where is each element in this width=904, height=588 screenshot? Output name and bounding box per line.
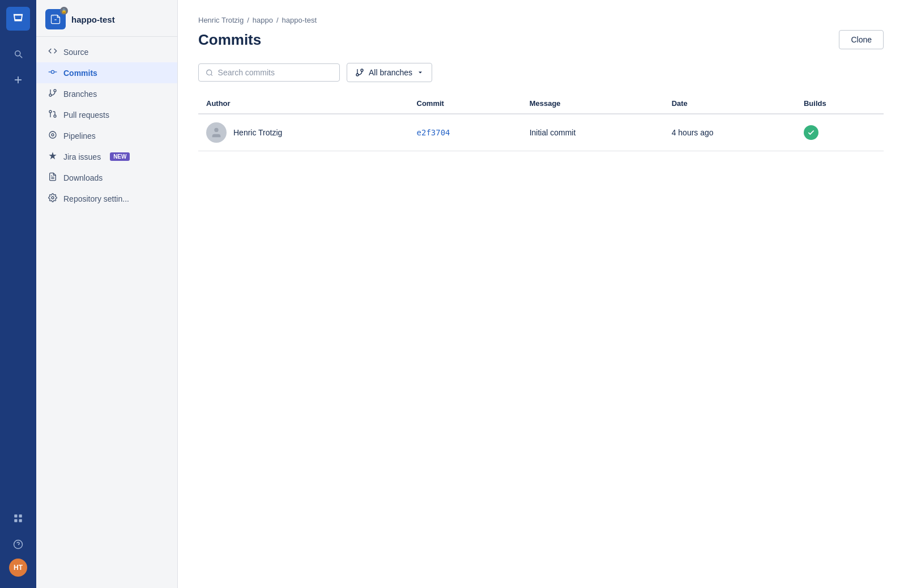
col-date: Date: [664, 93, 796, 114]
svg-point-19: [52, 197, 54, 199]
pull-requests-label: Pull requests: [63, 110, 109, 120]
search-box: [198, 63, 340, 82]
sidebar-item-downloads[interactable]: Downloads: [36, 167, 177, 188]
page-header: Commits Clone: [198, 30, 884, 49]
svg-point-12: [54, 115, 56, 117]
svg-point-13: [49, 110, 52, 113]
commits-label: Commits: [63, 69, 97, 78]
commits-icon: [48, 67, 58, 78]
jira-issues-label: Jira issues: [63, 152, 101, 161]
col-commit: Commit: [409, 93, 522, 114]
breadcrumb: Henric Trotzig / happo / happo-test: [198, 16, 884, 24]
svg-point-6: [51, 70, 54, 73]
breadcrumb-sep-1: /: [247, 16, 249, 24]
commits-list: Henric Trotzig e2f3704 Initial commit 4 …: [198, 114, 884, 151]
sidebar-item-branches[interactable]: Branches: [36, 83, 177, 104]
pipelines-icon: [48, 130, 58, 141]
svg-rect-2: [14, 519, 17, 522]
settings-icon: [48, 193, 58, 204]
pipelines-label: Pipelines: [63, 131, 96, 140]
search-icon[interactable]: [6, 42, 30, 66]
commit-link[interactable]: e2f3704: [417, 128, 450, 137]
search-input[interactable]: [218, 68, 332, 77]
toolbar: All branches: [198, 63, 884, 82]
repository-settings-label: Repository settin...: [63, 194, 129, 203]
main-content: Henric Trotzig / happo / happo-test Comm…: [178, 0, 904, 588]
commits-table: Author Commit Message Date Builds Henric…: [198, 93, 884, 151]
sidebar-item-jira-issues[interactable]: Jira issues NEW: [36, 146, 177, 167]
svg-rect-3: [19, 519, 22, 522]
author-cell: Henric Trotzig: [198, 114, 409, 151]
downloads-label: Downloads: [63, 173, 103, 182]
col-builds: Builds: [796, 93, 884, 114]
svg-rect-1: [19, 514, 22, 517]
col-message: Message: [522, 93, 664, 114]
svg-line-21: [211, 74, 212, 75]
branches-icon: [48, 88, 58, 99]
commit-hash-cell: e2f3704: [409, 114, 522, 151]
repo-icon: 🔒: [45, 9, 66, 29]
downloads-icon: [48, 172, 58, 183]
col-author: Author: [198, 93, 409, 114]
page-title: Commits: [198, 31, 261, 49]
chevron-down-icon: [417, 69, 424, 76]
svg-point-10: [54, 90, 56, 92]
author-name: Henric Trotzig: [233, 128, 282, 137]
help-icon[interactable]: [6, 532, 30, 556]
source-icon: [48, 46, 58, 57]
bitbucket-logo[interactable]: [6, 7, 30, 31]
build-status-cell: [796, 114, 884, 151]
svg-point-23: [361, 69, 363, 71]
repo-header: 🔒 happo-test: [36, 0, 177, 37]
author-avatar: [206, 122, 227, 143]
search-icon: [206, 69, 214, 77]
svg-point-15: [49, 131, 56, 138]
branches-label: Branches: [63, 90, 97, 99]
breadcrumb-sep-2: /: [276, 16, 279, 24]
svg-point-11: [49, 94, 52, 96]
sidebar-item-source[interactable]: Source: [36, 41, 177, 62]
clone-button[interactable]: Clone: [839, 30, 884, 49]
sidebar-item-pull-requests[interactable]: Pull requests: [36, 104, 177, 125]
table-row: Henric Trotzig e2f3704 Initial commit 4 …: [198, 114, 884, 151]
branch-label: All branches: [369, 68, 412, 77]
commit-date: 4 hours ago: [664, 114, 796, 151]
build-success-icon: [804, 125, 818, 140]
jira-issues-icon: [48, 151, 58, 162]
svg-point-16: [52, 134, 54, 136]
branch-icon: [355, 68, 364, 77]
svg-point-24: [356, 74, 359, 76]
lock-icon: 🔒: [60, 7, 68, 15]
grid-icon[interactable]: [6, 506, 30, 530]
repo-name: happo-test: [71, 15, 115, 24]
svg-point-25: [214, 128, 218, 132]
branch-dropdown[interactable]: All branches: [347, 63, 432, 82]
svg-point-20: [207, 70, 212, 75]
create-icon[interactable]: [6, 68, 30, 92]
svg-rect-0: [14, 514, 17, 517]
source-label: Source: [63, 48, 88, 57]
sidebar-item-repository-settings[interactable]: Repository settin...: [36, 188, 177, 209]
user-avatar[interactable]: HT: [9, 559, 27, 577]
sidebar-item-commits[interactable]: Commits: [36, 62, 177, 83]
pull-requests-icon: [48, 109, 58, 120]
sidebar: 🔒 happo-test Source Commits: [36, 0, 178, 588]
icon-rail: HT: [0, 0, 36, 588]
sidebar-item-pipelines[interactable]: Pipelines: [36, 125, 177, 146]
table-header: Author Commit Message Date Builds: [198, 93, 884, 114]
commit-message: Initial commit: [522, 114, 664, 151]
breadcrumb-repo[interactable]: happo-test: [282, 16, 317, 24]
breadcrumb-group[interactable]: happo: [253, 16, 273, 24]
breadcrumb-user[interactable]: Henric Trotzig: [198, 16, 244, 24]
new-badge: NEW: [110, 152, 130, 161]
sidebar-nav: Source Commits Branches: [36, 37, 177, 214]
